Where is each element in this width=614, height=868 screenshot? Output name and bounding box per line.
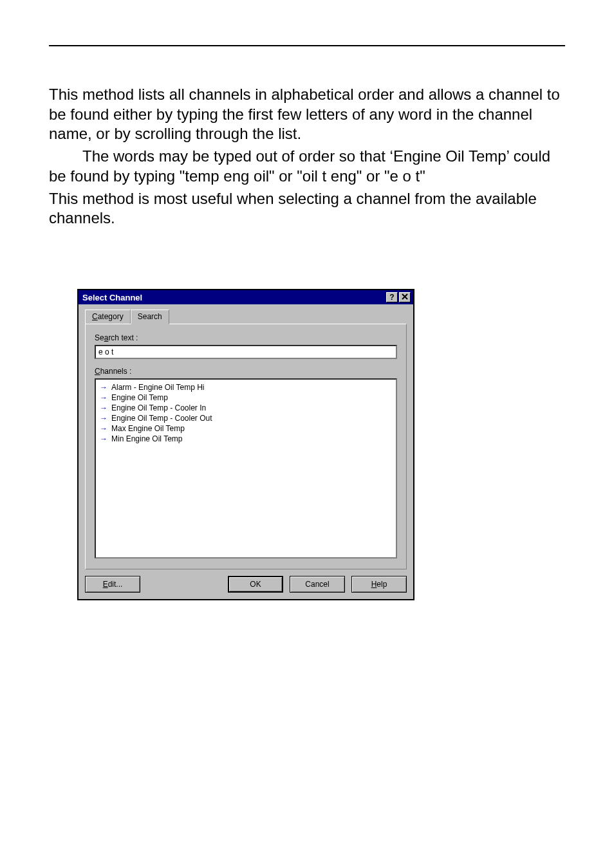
edit-ul: E [103, 580, 108, 589]
ok-label: OK [250, 580, 261, 589]
list-item-label: Alarm - Engine Oil Temp Hi [111, 383, 205, 392]
help-post: elp [377, 580, 387, 589]
tab-panel-search: Search text : Channels : → Alarm - Engin… [85, 324, 407, 569]
help-button-bottom[interactable]: Help [351, 576, 407, 593]
dialog-title: Select Channel [82, 293, 386, 302]
list-item-label: Engine Oil Temp [111, 393, 168, 402]
search-text-label: Search text : [95, 333, 397, 342]
list-item-label: Engine Oil Temp - Cooler In [111, 403, 206, 412]
tab-search-label: Search [138, 312, 162, 321]
horizontal-rule [49, 45, 565, 46]
list-item[interactable]: → Alarm - Engine Oil Temp Hi [100, 382, 392, 392]
arrow-right-icon: → [100, 383, 107, 391]
tab-search[interactable]: Search [131, 309, 169, 324]
document-page: This method lists all channels in alphab… [0, 0, 614, 868]
paragraph-2: The words may be typed out of order so t… [49, 147, 565, 186]
arrow-right-icon: → [100, 425, 107, 432]
vertical-spacer [49, 231, 565, 289]
ok-button[interactable]: OK [228, 576, 283, 593]
close-button[interactable] [399, 292, 411, 302]
paragraph-3: This method is most useful when selectin… [49, 189, 565, 228]
list-item[interactable]: → Max Engine Oil Temp [100, 423, 392, 434]
search-input[interactable] [95, 345, 397, 359]
select-channel-dialog: Select Channel ? Category Search [77, 289, 414, 600]
channels-label: Channels : [95, 367, 397, 376]
list-item-label: Engine Oil Temp - Cooler Out [111, 414, 212, 423]
tab-strip: Category Search [85, 309, 407, 324]
dialog-body: Category Search Search text : Channels : [79, 304, 413, 599]
list-item-label: Max Engine Oil Temp [111, 424, 185, 433]
paragraph-1: This method lists all channels in alphab… [49, 85, 565, 144]
list-item[interactable]: → Engine Oil Temp [100, 392, 392, 403]
list-item[interactable]: → Engine Oil Temp - Cooler Out [100, 413, 392, 423]
arrow-right-icon: → [100, 414, 107, 422]
search-label-post: rch text : [108, 333, 138, 342]
cancel-label: Cancel [305, 580, 329, 589]
search-label-pre: Se [95, 333, 104, 342]
channels-label-ul: C [95, 367, 100, 376]
dialog-button-row: Edit... OK Cancel Help [85, 576, 407, 593]
button-gap [147, 576, 221, 593]
arrow-right-icon: → [100, 435, 107, 443]
tab-category-label: ategory [98, 312, 124, 321]
body-text-block: This method lists all channels in alphab… [49, 85, 565, 228]
cancel-button[interactable]: Cancel [290, 576, 345, 593]
arrow-right-icon: → [100, 394, 107, 402]
gap [95, 359, 397, 367]
edit-post: dit... [108, 580, 123, 589]
dialog-titlebar: Select Channel ? [79, 290, 413, 304]
list-item-label: Min Engine Oil Temp [111, 434, 183, 443]
tab-category-underline: C [92, 312, 98, 321]
question-icon: ? [389, 293, 394, 301]
channels-label-post: hannels : [100, 367, 132, 376]
list-item[interactable]: → Engine Oil Temp - Cooler In [100, 403, 392, 413]
titlebar-button-group: ? [386, 292, 411, 302]
arrow-right-icon: → [100, 404, 107, 412]
close-icon [402, 293, 408, 301]
help-button[interactable]: ? [386, 292, 398, 302]
channels-listbox[interactable]: → Alarm - Engine Oil Temp Hi → Engine Oi… [95, 378, 397, 559]
tab-category[interactable]: Category [85, 309, 131, 324]
edit-button[interactable]: Edit... [85, 576, 140, 593]
list-item[interactable]: → Min Engine Oil Temp [100, 434, 392, 444]
